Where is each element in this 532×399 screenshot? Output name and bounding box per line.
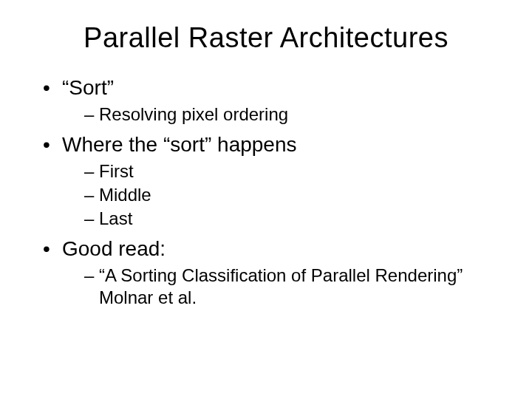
sub-item: Resolving pixel ordering xyxy=(84,103,510,126)
bullet-list: “Sort” Resolving pixel ordering Where th… xyxy=(22,75,510,309)
bullet-text: “Sort” xyxy=(62,76,114,99)
sub-item: “A Sorting Classification of Parallel Re… xyxy=(84,265,510,309)
bullet-item: “Sort” Resolving pixel ordering xyxy=(43,75,510,126)
slide: Parallel Raster Architectures “Sort” Res… xyxy=(0,0,532,399)
slide-title: Parallel Raster Architectures xyxy=(22,22,510,54)
sub-list: First Middle Last xyxy=(62,160,510,230)
sub-item: First xyxy=(84,160,510,183)
bullet-item: Where the “sort” happens First Middle La… xyxy=(43,132,510,230)
bullet-item: Good read: “A Sorting Classification of … xyxy=(43,236,510,309)
sub-item: Last xyxy=(84,208,510,230)
sub-list: “A Sorting Classification of Parallel Re… xyxy=(62,265,510,309)
sub-list: Resolving pixel ordering xyxy=(62,103,510,126)
bullet-text: Where the “sort” happens xyxy=(62,133,297,156)
sub-item: Middle xyxy=(84,184,510,206)
bullet-text: Good read: xyxy=(62,237,166,260)
